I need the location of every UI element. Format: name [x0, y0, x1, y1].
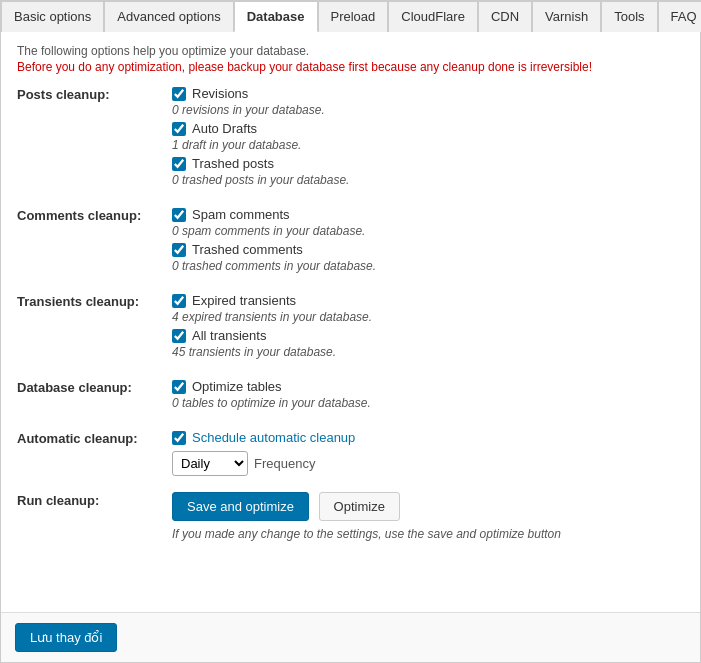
- run-cleanup-label: Run cleanup:: [17, 492, 172, 508]
- trashed-comments-sub: 0 trashed comments in your database.: [172, 259, 684, 273]
- posts-cleanup-content: Revisions 0 revisions in your database. …: [172, 86, 684, 191]
- comments-cleanup-label: Comments cleanup:: [17, 207, 172, 223]
- save-and-optimize-button[interactable]: Save and optimize: [172, 492, 309, 521]
- expired-transients-row: Expired transients: [172, 293, 684, 308]
- trashed-posts-checkbox[interactable]: [172, 157, 186, 171]
- frequency-row: Daily Weekly Monthly Frequency: [172, 451, 684, 476]
- revisions-label: Revisions: [192, 86, 248, 101]
- schedule-link[interactable]: Schedule automatic cleanup: [192, 430, 355, 445]
- transients-cleanup-content: Expired transients 4 expired transients …: [172, 293, 684, 363]
- expired-transients-label: Expired transients: [192, 293, 296, 308]
- optimize-tables-label: Optimize tables: [192, 379, 282, 394]
- spam-comments-sub: 0 spam comments in your database.: [172, 224, 684, 238]
- spam-comments-label: Spam comments: [192, 207, 290, 222]
- database-cleanup-content: Optimize tables 0 tables to optimize in …: [172, 379, 684, 414]
- comments-cleanup-content: Spam comments 0 spam comments in your da…: [172, 207, 684, 277]
- tab-basic-options[interactable]: Basic options: [1, 1, 104, 32]
- tab-faq[interactable]: FAQ: [658, 1, 701, 32]
- auto-drafts-checkbox[interactable]: [172, 122, 186, 136]
- trashed-comments-checkbox[interactable]: [172, 243, 186, 257]
- trashed-posts-sub: 0 trashed posts in your database.: [172, 173, 684, 187]
- frequency-select[interactable]: Daily Weekly Monthly: [172, 451, 248, 476]
- expired-transients-checkbox[interactable]: [172, 294, 186, 308]
- run-cleanup-content: Save and optimize Optimize If you made a…: [172, 492, 684, 541]
- database-cleanup-label: Database cleanup:: [17, 379, 172, 395]
- tab-cdn[interactable]: CDN: [478, 1, 532, 32]
- auto-drafts-sub: 1 draft in your database.: [172, 138, 684, 152]
- posts-cleanup-label: Posts cleanup:: [17, 86, 172, 102]
- optimize-tables-row: Optimize tables: [172, 379, 684, 394]
- all-transients-checkbox[interactable]: [172, 329, 186, 343]
- bottom-bar: Lưu thay đổi: [1, 612, 700, 662]
- trashed-posts-row: Trashed posts: [172, 156, 684, 171]
- posts-cleanup-section: Posts cleanup: Revisions 0 revisions in …: [17, 86, 684, 191]
- spam-comments-checkbox[interactable]: [172, 208, 186, 222]
- main-content: The following options help you optimize …: [1, 32, 700, 617]
- all-transients-row: All transients: [172, 328, 684, 343]
- automatic-cleanup-label: Automatic cleanup:: [17, 430, 172, 446]
- revisions-checkbox[interactable]: [172, 87, 186, 101]
- revisions-sub: 0 revisions in your database.: [172, 103, 684, 117]
- trashed-posts-label: Trashed posts: [192, 156, 274, 171]
- tab-bar: Basic options Advanced options Database …: [1, 1, 700, 32]
- auto-drafts-label: Auto Drafts: [192, 121, 257, 136]
- all-transients-label: All transients: [192, 328, 266, 343]
- automatic-cleanup-section: Automatic cleanup: Schedule automatic cl…: [17, 430, 684, 476]
- info-text: The following options help you optimize …: [17, 44, 684, 58]
- tab-advanced-options[interactable]: Advanced options: [104, 1, 233, 32]
- tab-database[interactable]: Database: [234, 1, 318, 32]
- run-cleanup-section: Run cleanup: Save and optimize Optimize …: [17, 492, 684, 541]
- optimize-tables-sub: 0 tables to optimize in your database.: [172, 396, 684, 410]
- tab-cloudflare[interactable]: CloudFlare: [388, 1, 478, 32]
- tab-tools[interactable]: Tools: [601, 1, 657, 32]
- transients-cleanup-label: Transients cleanup:: [17, 293, 172, 309]
- schedule-checkbox[interactable]: [172, 431, 186, 445]
- page-wrapper: Basic options Advanced options Database …: [0, 0, 701, 663]
- database-cleanup-section: Database cleanup: Optimize tables 0 tabl…: [17, 379, 684, 414]
- trashed-comments-label: Trashed comments: [192, 242, 303, 257]
- warning-text: Before you do any optimization, please b…: [17, 60, 684, 74]
- transients-cleanup-section: Transients cleanup: Expired transients 4…: [17, 293, 684, 363]
- run-cleanup-buttons: Save and optimize Optimize: [172, 492, 684, 521]
- auto-drafts-row: Auto Drafts: [172, 121, 684, 136]
- frequency-label: Frequency: [254, 456, 315, 471]
- expired-transients-sub: 4 expired transients in your database.: [172, 310, 684, 324]
- revisions-row: Revisions: [172, 86, 684, 101]
- tab-varnish[interactable]: Varnish: [532, 1, 601, 32]
- save-changes-button[interactable]: Lưu thay đổi: [15, 623, 117, 652]
- run-note: If you made any change to the settings, …: [172, 527, 684, 541]
- all-transients-sub: 45 transients in your database.: [172, 345, 684, 359]
- spam-comments-row: Spam comments: [172, 207, 684, 222]
- comments-cleanup-section: Comments cleanup: Spam comments 0 spam c…: [17, 207, 684, 277]
- automatic-cleanup-content: Schedule automatic cleanup Daily Weekly …: [172, 430, 684, 476]
- tab-preload[interactable]: Preload: [318, 1, 389, 32]
- optimize-button[interactable]: Optimize: [319, 492, 400, 521]
- schedule-row: Schedule automatic cleanup: [172, 430, 684, 445]
- optimize-tables-checkbox[interactable]: [172, 380, 186, 394]
- trashed-comments-row: Trashed comments: [172, 242, 684, 257]
